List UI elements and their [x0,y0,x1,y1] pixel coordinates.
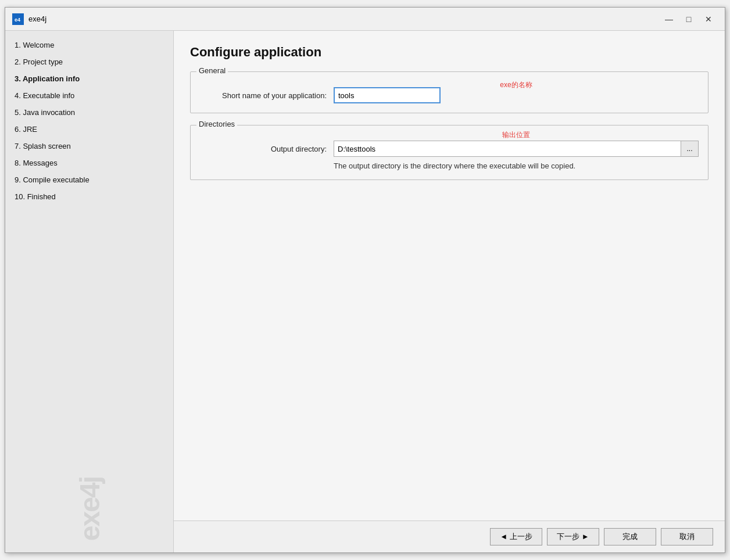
main-panel: Configure application General Short name… [174,31,725,552]
output-dir-row: Output directory: 输出位置 ... [200,141,699,157]
directories-section-legend: Directories [196,120,237,128]
output-dir-annotation: 输出位置 [502,130,530,140]
window-title: exe4j [28,15,660,23]
footer: ◄ 上一步 下一步 ► 完成 取消 [174,520,725,552]
sidebar: 1. Welcome 2. Project type 3. Applicatio… [5,31,174,552]
output-dir-help-text: The output directory is the directory wh… [334,161,699,170]
short-name-input-wrapper: exe的名称 [334,87,699,103]
app-icon: e4 [12,13,24,25]
page-title: Configure application [190,45,708,60]
general-section: General Short name of your application: … [190,71,708,113]
close-button[interactable]: ✕ [699,11,718,27]
main-window: e4 exe4j — □ ✕ 1. Welcome 2. Project typ… [5,7,725,553]
sidebar-item-application-info[interactable]: 3. Application info [5,70,173,87]
next-button[interactable]: 下一步 ► [547,528,599,545]
sidebar-item-executable-info[interactable]: 4. Executable info [5,87,173,104]
sidebar-item-messages[interactable]: 8. Messages [5,155,173,171]
sidebar-item-jre[interactable]: 6. JRE [5,121,173,138]
general-section-legend: General [196,66,228,75]
output-dir-input-wrapper: 输出位置 ... [334,141,699,157]
window-controls: — □ ✕ [660,11,718,27]
sidebar-item-java-invocation[interactable]: 5. Java invocation [5,104,173,121]
svg-text:e4: e4 [15,17,20,23]
sidebar-item-welcome[interactable]: 1. Welcome [5,37,173,53]
short-name-input[interactable] [334,87,441,103]
short-name-row: Short name of your application: exe的名称 [200,87,699,103]
prev-button[interactable]: ◄ 上一步 [490,528,542,545]
maximize-button[interactable]: □ [679,11,698,27]
titlebar: e4 exe4j — □ ✕ [5,8,725,31]
short-name-label: Short name of your application: [200,91,334,100]
cancel-button[interactable]: 取消 [661,528,713,545]
main-content: Configure application General Short name… [174,31,725,520]
browse-button[interactable]: ... [681,141,699,157]
output-dir-input[interactable] [334,141,681,157]
sidebar-nav: 1. Welcome 2. Project type 3. Applicatio… [5,37,173,547]
content-area: 1. Welcome 2. Project type 3. Applicatio… [5,31,725,552]
minimize-button[interactable]: — [660,11,678,27]
output-dir-label: Output directory: [200,145,334,153]
sidebar-item-compile-executable[interactable]: 9. Compile executable [5,171,173,188]
sidebar-item-finished[interactable]: 10. Finished [5,188,173,205]
sidebar-item-project-type[interactable]: 2. Project type [5,53,173,70]
directories-section: Directories Output directory: 输出位置 ... T… [190,125,708,180]
sidebar-item-splash-screen[interactable]: 7. Splash screen [5,138,173,155]
short-name-annotation: exe的名称 [500,80,532,90]
finish-button[interactable]: 完成 [604,528,656,545]
